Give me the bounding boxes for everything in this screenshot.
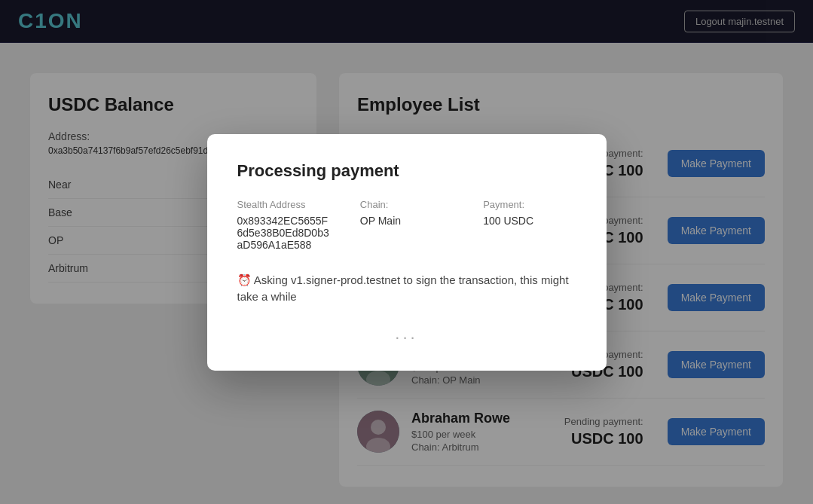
stealth-address-group: Stealth Address 0x893342EC5655F6d5e38B0E… (237, 199, 330, 251)
chain-label: Chain: (360, 199, 453, 210)
payment-value: 100 USDC (483, 215, 576, 227)
modal-details: Stealth Address 0x893342EC5655F6d5e38B0E… (237, 199, 576, 251)
modal-title: Processing payment (237, 161, 576, 181)
modal-overlay: Processing payment Stealth Address 0x893… (0, 0, 813, 504)
payment-group: Payment: 100 USDC (483, 199, 576, 251)
modal-loading-indicator: ... (237, 324, 576, 344)
chain-value: OP Main (360, 215, 453, 227)
stealth-address-value: 0x893342EC5655F6d5e38B0Ed8D0b3aD596A1aE5… (237, 215, 330, 251)
modal-status-text: ⏰ Asking v1.signer-prod.testnet to sign … (237, 272, 576, 306)
payment-label: Payment: (483, 199, 576, 210)
processing-modal: Processing payment Stealth Address 0x893… (207, 134, 607, 371)
stealth-address-label: Stealth Address (237, 199, 330, 210)
chain-group: Chain: OP Main (360, 199, 453, 251)
